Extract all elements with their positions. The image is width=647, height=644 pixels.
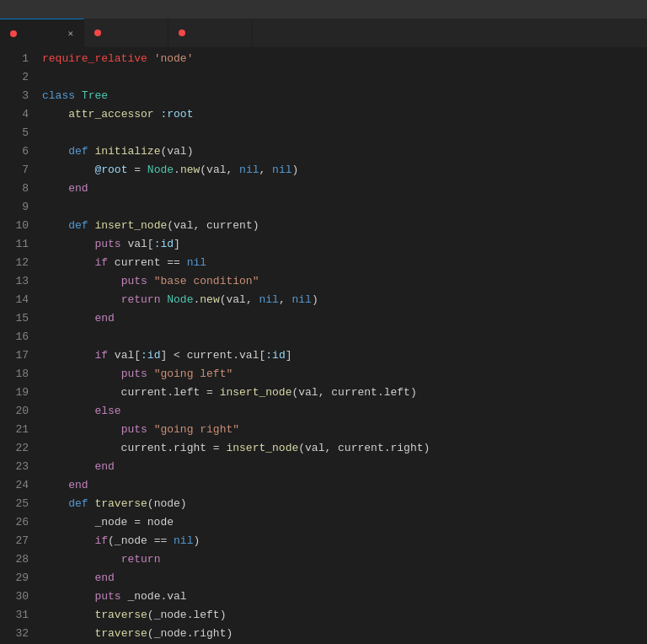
line-number-17: 17 <box>7 346 29 365</box>
line-number-11: 11 <box>7 235 29 254</box>
code-line-17: if val[:id] < current.val[:id] <box>42 346 647 365</box>
code-line-30: puts _node.val <box>42 588 647 606</box>
code-line-31: traverse(_node.left) <box>42 606 647 625</box>
code-line-1: require_relative 'node' <box>42 50 647 68</box>
line-number-30: 30 <box>7 588 29 606</box>
tab-close-tree-rb[interactable]: ✕ <box>67 28 73 39</box>
line-number-22: 22 <box>7 439 29 458</box>
line-number-20: 20 <box>7 402 29 421</box>
line-number-23: 23 <box>7 458 29 476</box>
line-number-12: 12 <box>7 254 29 272</box>
code-line-21: puts "going right" <box>42 421 647 439</box>
code-line-28: return <box>42 550 647 569</box>
line-number-3: 3 <box>7 87 29 105</box>
code-line-7: @root = Node.new(val, nil, nil) <box>42 161 647 180</box>
line-number-26: 26 <box>7 513 29 532</box>
code-line-2 <box>42 68 647 87</box>
line-number-27: 27 <box>7 532 29 550</box>
line-number-10: 10 <box>7 217 29 235</box>
code-line-4: attr_accessor :root <box>42 105 647 124</box>
code-line-24: end <box>42 476 647 495</box>
code-line-14: return Node.new(val, nil, nil) <box>42 291 647 309</box>
line-number-25: 25 <box>7 495 29 513</box>
code-line-5 <box>42 124 647 142</box>
line-number-21: 21 <box>7 421 29 439</box>
code-line-23: end <box>42 458 647 476</box>
line-number-7: 7 <box>7 161 29 180</box>
line-number-15: 15 <box>7 309 29 328</box>
code-line-6: def initialize(val) <box>42 142 647 161</box>
code-line-26: _node = node <box>42 513 647 532</box>
tab-dot-node-rb <box>94 30 101 36</box>
line-number-29: 29 <box>7 569 29 588</box>
line-number-9: 9 <box>7 198 29 217</box>
code-container: 1234567891011121314151617181920212223242… <box>0 48 647 644</box>
line-number-19: 19 <box>7 384 29 402</box>
line-number-31: 31 <box>7 606 29 625</box>
line-number-18: 18 <box>7 365 29 384</box>
line-number-28: 28 <box>7 550 29 569</box>
tab-tree-rb[interactable]: ✕ <box>0 19 84 47</box>
tab-main-rb[interactable] <box>168 19 253 47</box>
line-number-4: 4 <box>7 105 29 124</box>
code-line-18: puts "going left" <box>42 365 647 384</box>
line-number-5: 5 <box>7 124 29 142</box>
line-number-13: 13 <box>7 272 29 291</box>
code-line-15: end <box>42 309 647 328</box>
code-line-12: if current == nil <box>42 254 647 272</box>
tab-node-rb[interactable] <box>84 19 168 47</box>
code-line-3: class Tree <box>42 87 647 105</box>
line-number-8: 8 <box>7 180 29 198</box>
code-line-8: end <box>42 180 647 198</box>
code-line-25: def traverse(node) <box>42 495 647 513</box>
line-number-24: 24 <box>7 476 29 495</box>
line-number-6: 6 <box>7 142 29 161</box>
code-line-19: current.left = insert_node(val, current.… <box>42 384 647 402</box>
line-number-2: 2 <box>7 68 29 87</box>
code-line-22: current.right = insert_node(val, current… <box>42 439 647 458</box>
code-line-16 <box>42 328 647 346</box>
line-number-32: 32 <box>7 625 29 643</box>
code-line-29: end <box>42 569 647 588</box>
code-line-10: def insert_node(val, current) <box>42 217 647 235</box>
tab-dot-main-rb <box>179 30 185 36</box>
code-line-13: puts "base condition" <box>42 272 647 291</box>
line-number-1: 1 <box>7 50 29 68</box>
code-line-9 <box>42 198 647 217</box>
line-number-14: 14 <box>7 291 29 309</box>
code-line-20: else <box>42 402 647 421</box>
line-numbers: 1234567891011121314151617181920212223242… <box>0 48 35 644</box>
title-bar <box>0 0 647 19</box>
code-line-32: traverse(_node.right) <box>42 625 647 643</box>
line-number-16: 16 <box>7 328 29 346</box>
tab-bar: ✕ <box>0 19 647 48</box>
code-line-27: if(_node == nil) <box>42 532 647 550</box>
code-content[interactable]: require_relative 'node' class Tree attr_… <box>35 48 647 644</box>
tab-dot-tree-rb <box>10 30 17 37</box>
code-line-11: puts val[:id] <box>42 235 647 254</box>
